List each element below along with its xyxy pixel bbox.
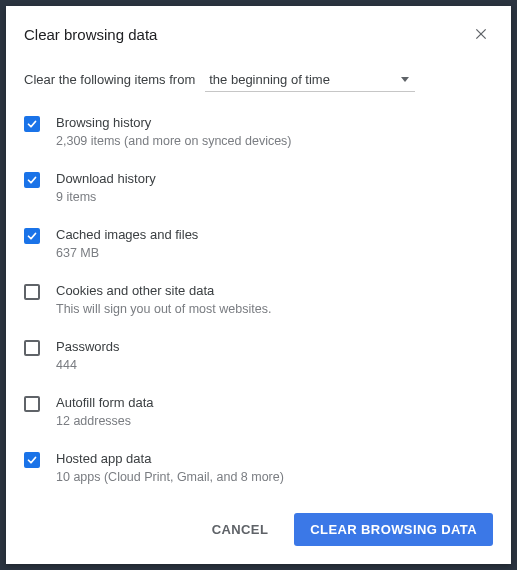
option-row: Browsing history2,309 items (and more on…	[24, 108, 493, 156]
option-checkbox[interactable]	[24, 396, 40, 412]
option-subtext: 12 addresses	[56, 412, 154, 430]
dialog-header: Clear browsing data	[6, 6, 511, 60]
option-checkbox[interactable]	[24, 172, 40, 188]
option-texts: Browsing history2,309 items (and more on…	[56, 114, 292, 150]
option-subtext: 637 MB	[56, 244, 198, 262]
option-texts: Autofill form data12 addresses	[56, 394, 154, 430]
option-checkbox[interactable]	[24, 452, 40, 468]
option-subtext: 10 apps (Cloud Print, Gmail, and 8 more)	[56, 468, 284, 486]
option-row: Cookies and other site dataThis will sig…	[24, 276, 493, 324]
option-checkbox[interactable]	[24, 116, 40, 132]
option-label: Hosted app data	[56, 450, 284, 468]
options-list: Browsing history2,309 items (and more on…	[24, 108, 493, 499]
clear-browsing-data-dialog: Clear browsing data Clear the following …	[6, 6, 511, 564]
time-range-label: Clear the following items from	[24, 72, 195, 87]
dialog-footer: CANCEL CLEAR BROWSING DATA	[6, 499, 511, 564]
option-checkbox[interactable]	[24, 284, 40, 300]
option-subtext: 444	[56, 356, 120, 374]
chevron-down-icon	[401, 77, 409, 82]
option-label: Cached images and files	[56, 226, 198, 244]
option-row: Cached images and files637 MB	[24, 220, 493, 268]
close-button[interactable]	[469, 22, 493, 46]
clear-browsing-data-button[interactable]: CLEAR BROWSING DATA	[294, 513, 493, 546]
time-range-select[interactable]: the beginning of time	[205, 68, 415, 92]
option-label: Cookies and other site data	[56, 282, 271, 300]
dialog-body: Clear the following items from the begin…	[6, 60, 511, 499]
option-row: Hosted app data10 apps (Cloud Print, Gma…	[24, 444, 493, 492]
time-range-value: the beginning of time	[209, 72, 401, 87]
option-label: Autofill form data	[56, 394, 154, 412]
option-label: Browsing history	[56, 114, 292, 132]
option-row: Download history9 items	[24, 164, 493, 212]
option-texts: Passwords444	[56, 338, 120, 374]
option-label: Passwords	[56, 338, 120, 356]
option-checkbox[interactable]	[24, 228, 40, 244]
option-subtext: 9 items	[56, 188, 156, 206]
time-range-row: Clear the following items from the begin…	[24, 68, 493, 92]
option-texts: Download history9 items	[56, 170, 156, 206]
option-subtext: This will sign you out of most websites.	[56, 300, 271, 318]
option-texts: Cached images and files637 MB	[56, 226, 198, 262]
option-label: Download history	[56, 170, 156, 188]
option-row: Passwords444	[24, 332, 493, 380]
option-row: Autofill form data12 addresses	[24, 388, 493, 436]
option-texts: Hosted app data10 apps (Cloud Print, Gma…	[56, 450, 284, 486]
close-icon	[474, 27, 488, 41]
cancel-button[interactable]: CANCEL	[196, 513, 285, 546]
option-texts: Cookies and other site dataThis will sig…	[56, 282, 271, 318]
option-checkbox[interactable]	[24, 340, 40, 356]
dialog-title: Clear browsing data	[24, 26, 469, 43]
option-subtext: 2,309 items (and more on synced devices)	[56, 132, 292, 150]
